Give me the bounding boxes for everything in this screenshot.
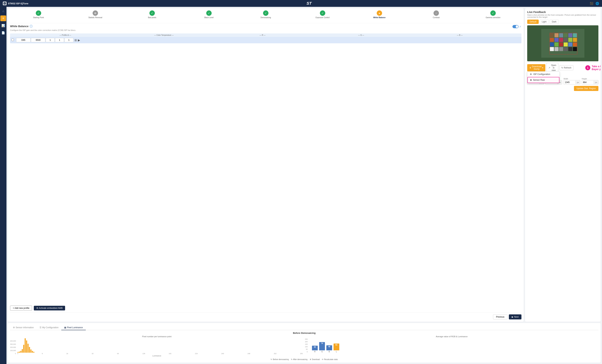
bar-y-axis: 255 200 150 100 50 0 (305, 338, 308, 353)
step-bad-pixels[interactable]: ✓ Bad pixels (124, 11, 181, 19)
download-dropdown-menu: ⚙ ISP Configuration ■ Sensor Raw (527, 71, 559, 83)
st-logo: ST (307, 1, 312, 6)
step-icon-starting-point: ✓ (36, 11, 41, 16)
open-icon: ↗ (548, 66, 550, 69)
b-bar-value: 46 (328, 346, 330, 348)
width-label: Width (564, 78, 580, 80)
g-input[interactable] (55, 38, 64, 42)
svg-rect-21 (550, 47, 554, 51)
activate-awb-button[interactable]: ⚙ Activate embedded AWB (34, 306, 65, 310)
bar-chart-bars: 42 R 74 G (308, 338, 343, 353)
legend-recalculate[interactable]: ⟳ Recalculate stats (322, 358, 338, 360)
histogram-section: Pixel number per luminance point 400,000… (10, 335, 303, 357)
sidebar-item-home[interactable]: ⌂ (0, 8, 6, 14)
hist-bar-2 (19, 352, 20, 353)
topbar-right: ⬛ 🌐 (590, 2, 599, 5)
x-axis-labels: 48163264128 192224240248252255 (17, 353, 303, 354)
logo-icon: S (3, 2, 6, 5)
pixel-lum-icon: ▦ (64, 326, 66, 329)
expand-icon[interactable]: ▶ (78, 38, 80, 42)
tab-light[interactable]: Light (539, 20, 549, 24)
download-label: Download Dump (532, 65, 541, 70)
step-gamma-correction[interactable]: ✓ Gamma correction (465, 11, 521, 19)
download-toolbar: ⬇ Download Dump ▾ ⚙ ISP Configuration ■ (527, 63, 598, 73)
annotation-area: 1 Take a RAWBayer picture (585, 65, 601, 71)
tab-pixel-luminance[interactable]: ▦ Pixel Luminance (61, 325, 86, 330)
r-bar: 42 (312, 346, 318, 350)
row-checkbox[interactable] (11, 39, 16, 42)
tab-dark[interactable]: Dark (549, 20, 559, 24)
sidebar-item-chart[interactable]: 📊 (0, 23, 6, 28)
step-white-balance[interactable]: ● White Balance (351, 11, 408, 19)
svg-rect-10 (555, 38, 559, 42)
svg-rect-3 (550, 33, 554, 37)
dropdown-sensor-raw[interactable]: ■ Sensor Raw (527, 77, 559, 83)
step-contrast[interactable]: ○ Contrast (408, 11, 465, 19)
dropdown-isp-config[interactable]: ⚙ ISP Configuration (527, 72, 559, 77)
b-col-header: — B — (411, 34, 509, 36)
r-col-header: — R — (214, 34, 312, 36)
download-dump-button[interactable]: ⬇ Download Dump ▾ (527, 64, 545, 71)
svg-rect-14 (573, 38, 577, 42)
step-label-black-level: Black Level (204, 17, 214, 19)
color-temp-input[interactable] (31, 38, 45, 42)
grid-icon[interactable]: ⊞ (75, 38, 77, 42)
add-profile-button[interactable]: + Add new profile (10, 306, 32, 310)
svg-rect-8 (573, 33, 577, 37)
b-bar-label: B (329, 351, 330, 353)
step-black-level[interactable]: ✓ Black Level (181, 11, 237, 19)
step-exposure-control[interactable]: ✓ Exposure Control (294, 11, 351, 19)
globe-icon[interactable]: 🌐 (596, 2, 599, 5)
monitor-icon[interactable]: ⬛ (590, 2, 593, 5)
g-bar-label: G (321, 351, 323, 353)
legend-download[interactable]: ⬇ Download (310, 358, 320, 360)
tab-sensor-info[interactable]: ⚙ Sensor information (10, 325, 37, 330)
hist-bar-5 (23, 345, 24, 353)
width-input[interactable] (564, 80, 576, 84)
height-input[interactable] (582, 80, 594, 84)
svg-rect-22 (555, 47, 559, 51)
bar-chart-wrapper: 255 200 150 100 50 0 42 (305, 338, 598, 353)
profile-checkbox[interactable] (11, 39, 14, 41)
b-input[interactable] (64, 38, 73, 42)
annotation-number: 1 (585, 65, 590, 70)
step-statistic-removal[interactable]: ⊘ Statistic Removal (67, 11, 124, 19)
legend-after-label: After demosaicing (293, 358, 307, 360)
r-bar-value: 42 (314, 346, 316, 348)
svg-rect-18 (564, 43, 568, 46)
sensor-raw-icon: ■ (530, 79, 532, 81)
step-icon-black-level: ✓ (206, 11, 212, 16)
legend-after-demosaicing[interactable]: ↻ After demosaicing (291, 358, 307, 360)
step-starting-point[interactable]: ✓ Starting Point (10, 11, 67, 19)
info-icon[interactable]: i (30, 25, 32, 28)
svg-rect-13 (568, 38, 572, 42)
profile-id-input[interactable] (16, 38, 31, 42)
hist-bar-9 (29, 347, 30, 353)
step-demosaicing[interactable]: ✓ Demosaicing (237, 11, 294, 19)
bottom-tabs: ⚙ Sensor information ☰ My Configuration … (10, 325, 598, 330)
sidebar-item-tune[interactable]: ≡ (0, 15, 6, 21)
refresh-button[interactable]: ↻ Refresh (559, 65, 573, 70)
bar-r: 42 R (312, 346, 318, 353)
svg-rect-17 (559, 43, 563, 46)
histogram-container: 48163264128 192224240248252255 (17, 338, 303, 354)
refresh-icon: ↻ (561, 66, 563, 69)
next-button[interactable]: ▶ Next (509, 314, 521, 320)
previous-button[interactable]: Previous (493, 314, 508, 320)
tab-default[interactable]: Default (527, 20, 539, 24)
isp-config-label: ISP Configuration (533, 73, 550, 75)
update-stat-region-button[interactable]: Update Stat. Region (574, 86, 598, 91)
r-input[interactable] (46, 38, 55, 42)
toggle-switch[interactable] (512, 25, 519, 28)
sensor-info-label: Sensor information (16, 326, 34, 329)
svg-rect-16 (555, 43, 559, 46)
enabled-toggle[interactable]: ✓ (512, 25, 521, 28)
tab-my-config[interactable]: ☰ My Configuration (37, 325, 62, 330)
sensor-raw-label: Sensor Raw (533, 79, 545, 81)
legend-before-demosaicing[interactable]: ↻ Before demosaicing (271, 358, 289, 360)
svg-rect-24 (564, 47, 568, 51)
section-header: White Balance i ✓ (10, 25, 521, 28)
histogram-wrapper: 400,000 300,000 200,000 100,000 0 (10, 338, 303, 354)
sidebar-item-docs[interactable]: 📄 (0, 30, 6, 36)
hist-bar-4 (22, 349, 23, 353)
